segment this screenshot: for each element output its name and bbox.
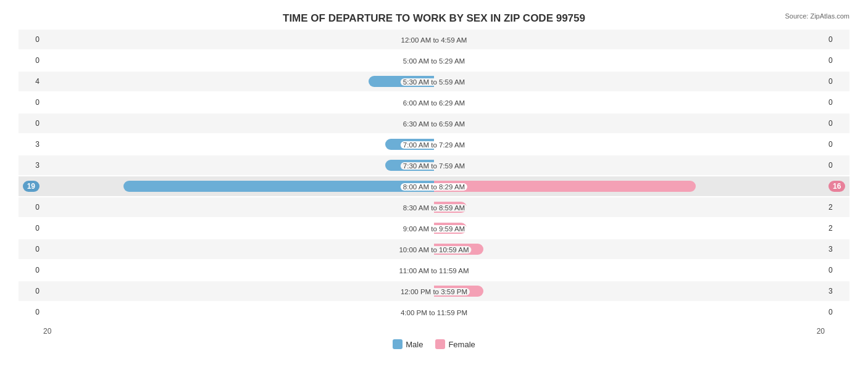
bar-section: 5:00 AM to 5:29 AM — [43, 51, 825, 70]
left-value: 0 — [19, 56, 43, 65]
time-label-wrapper: 5:30 AM to 5:59 AM — [401, 76, 467, 87]
bar-section: 6:00 AM to 6:29 AM — [43, 93, 825, 112]
legend-male-label: Male — [406, 340, 423, 349]
time-label-wrapper: 12:00 PM to 3:59 PM — [398, 286, 470, 297]
bar-section: 12:00 PM to 3:59 PM — [43, 281, 825, 301]
chart-title: TIME OF DEPARTURE TO WORK BY SEX IN ZIP … — [19, 12, 849, 25]
time-label: 11:00 AM to 11:59 AM — [396, 267, 471, 274]
chart-row: 0 11:00 AM to 11:59 AM 0 — [19, 260, 849, 280]
time-label-wrapper: 7:00 AM to 7:29 AM — [401, 139, 467, 150]
female-bar-container — [434, 117, 825, 130]
chart-row: 3 7:00 AM to 7:29 AM 0 — [19, 134, 849, 154]
bar-section: 5:30 AM to 5:59 AM — [43, 72, 825, 91]
time-label-wrapper: 6:00 AM to 6:29 AM — [401, 97, 467, 108]
male-value: 0 — [35, 245, 40, 254]
time-label-wrapper: 6:30 AM to 6:59 AM — [401, 118, 467, 129]
male-bar-container — [43, 159, 434, 171]
male-bar-container — [43, 243, 434, 255]
bar-section: 9:00 AM to 9:59 AM — [43, 218, 825, 238]
right-value: 16 — [825, 181, 849, 192]
time-label: 12:00 AM to 4:59 AM — [399, 36, 470, 44]
bar-section: 11:00 AM to 11:59 AM — [43, 260, 825, 280]
female-value-badge: 16 — [828, 181, 845, 192]
time-label: 5:30 AM to 5:59 AM — [401, 78, 467, 86]
chart-container: TIME OF DEPARTURE TO WORK BY SEX IN ZIP … — [0, 0, 868, 367]
time-label-wrapper: 4:00 PM to 11:59 PM — [398, 307, 470, 318]
bar-section: 8:00 AM to 8:29 AM — [43, 176, 825, 196]
female-value: 2 — [828, 203, 833, 212]
chart-row: 3 7:30 AM to 7:59 AM 0 — [19, 155, 849, 175]
female-bar-container — [434, 180, 825, 192]
time-label: 9:00 AM to 9:59 AM — [401, 225, 467, 233]
time-label: 8:30 AM to 8:59 AM — [401, 204, 467, 212]
male-value: 4 — [35, 77, 40, 86]
male-value: 3 — [35, 140, 40, 149]
legend: Male Female — [19, 339, 849, 349]
time-label-wrapper: 8:00 AM to 8:29 AM — [401, 181, 467, 192]
chart-row: 0 8:30 AM to 8:59 AM 2 — [19, 197, 849, 217]
male-value: 3 — [35, 161, 40, 170]
time-label: 10:00 AM to 10:59 AM — [396, 246, 471, 254]
left-value: 0 — [19, 287, 43, 295]
female-value: 3 — [828, 287, 833, 295]
chart-row: 4 5:30 AM to 5:59 AM 0 — [19, 72, 849, 91]
male-value: 0 — [35, 98, 40, 107]
male-value: 0 — [35, 35, 40, 44]
time-label-wrapper: 5:00 AM to 5:29 AM — [401, 55, 467, 66]
left-value: 0 — [19, 308, 43, 316]
female-bar-container — [434, 222, 825, 234]
female-bar-container — [434, 243, 825, 255]
bar-section: 7:00 AM to 7:29 AM — [43, 134, 825, 154]
left-value: 3 — [19, 140, 43, 149]
right-value: 0 — [825, 35, 849, 44]
right-value: 0 — [825, 119, 849, 128]
female-value: 0 — [828, 161, 833, 170]
bar-section: 12:00 AM to 4:59 AM — [43, 30, 825, 49]
chart-area: 0 12:00 AM to 4:59 AM 0 0 5:00 AM to 5:2… — [19, 30, 849, 322]
right-value: 3 — [825, 245, 849, 254]
left-value: 4 — [19, 77, 43, 86]
time-label-wrapper: 7:30 AM to 7:59 AM — [401, 160, 467, 171]
female-bar-container — [434, 201, 825, 213]
female-value: 2 — [828, 224, 833, 233]
left-value: 0 — [19, 224, 43, 233]
male-bar-container — [43, 33, 434, 46]
female-bar-container — [434, 54, 825, 67]
female-value: 0 — [828, 35, 833, 44]
male-bar-container — [43, 285, 434, 297]
bar-section: 10:00 AM to 10:59 AM — [43, 239, 825, 259]
axis-right-label: 20 — [817, 327, 825, 336]
female-value: 0 — [828, 98, 833, 107]
time-label: 6:00 AM to 6:29 AM — [401, 99, 467, 107]
left-value: 19 — [19, 181, 43, 192]
left-value: 0 — [19, 266, 43, 274]
legend-female: Female — [435, 339, 475, 349]
chart-row: 19 8:00 AM to 8:29 AM 16 — [19, 176, 849, 196]
legend-female-label: Female — [448, 340, 475, 349]
female-bar-container — [434, 264, 825, 276]
chart-row: 0 5:00 AM to 5:29 AM 0 — [19, 51, 849, 70]
right-value: 2 — [825, 203, 849, 212]
male-bar — [123, 181, 435, 192]
male-value-badge: 19 — [23, 181, 40, 192]
male-value: 0 — [35, 266, 40, 274]
time-label: 7:30 AM to 7:59 AM — [401, 162, 467, 170]
right-value: 3 — [825, 287, 849, 295]
female-value: 0 — [828, 119, 833, 128]
bar-section: 4:00 PM to 11:59 PM — [43, 302, 825, 322]
chart-row: 0 9:00 AM to 9:59 AM 2 — [19, 218, 849, 238]
male-value: 0 — [35, 308, 40, 316]
legend-female-box — [435, 339, 445, 349]
male-bar-container — [43, 201, 434, 213]
axis-bottom: 20 20 — [19, 327, 849, 336]
male-bar-container — [43, 222, 434, 234]
male-bar-container — [43, 306, 434, 318]
female-value: 0 — [828, 140, 833, 149]
axis-left-label: 20 — [43, 327, 51, 336]
female-bar — [434, 181, 696, 192]
time-label-wrapper: 9:00 AM to 9:59 AM — [401, 223, 467, 234]
female-value: 0 — [828, 308, 833, 316]
female-bar-container — [434, 75, 825, 88]
right-value: 0 — [825, 140, 849, 149]
bar-section: 8:30 AM to 8:59 AM — [43, 197, 825, 217]
